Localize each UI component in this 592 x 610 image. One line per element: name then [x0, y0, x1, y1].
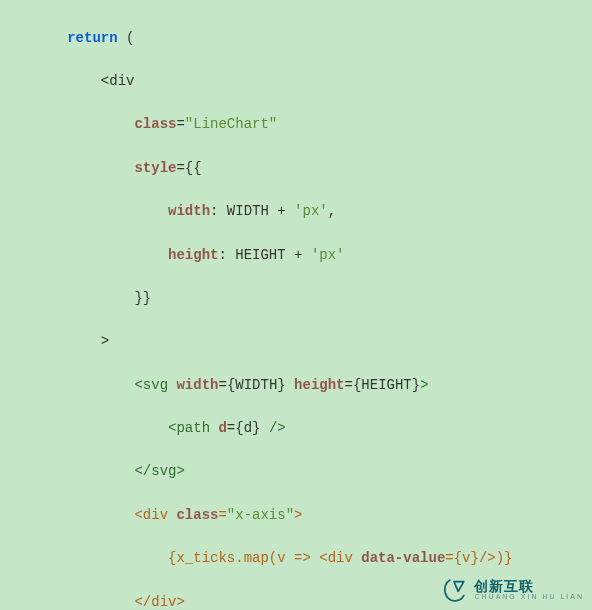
jsx-eq-v: ={v}/>)}	[445, 550, 512, 566]
attr-width: width	[176, 377, 218, 393]
path-tag: <path	[168, 420, 210, 436]
equals: =	[176, 116, 184, 132]
string-px: 'px'	[311, 247, 345, 263]
open-paren: (	[118, 30, 135, 46]
string-linechart: "LineChart"	[185, 116, 277, 132]
angle-open: <	[101, 73, 109, 89]
brace-open: {	[235, 420, 243, 436]
jsx-div-xaxis-open: <div	[134, 507, 176, 523]
attr-height: height	[294, 377, 344, 393]
ident-width: WIDTH	[235, 377, 277, 393]
ident-width: WIDTH	[227, 203, 269, 219]
double-brace-open: ={{	[176, 160, 201, 176]
ident-height: HEIGHT	[235, 247, 285, 263]
angle-close: >	[420, 377, 428, 393]
style-width: width	[168, 203, 210, 219]
brace-close: }	[277, 377, 285, 393]
attr-style: style	[134, 160, 176, 176]
watermark-subtext: CHUANG XIN HU LIAN	[474, 593, 584, 601]
attr-d: d	[218, 420, 226, 436]
attr-class: class	[134, 116, 176, 132]
logo-icon	[440, 576, 468, 604]
brace-close: }	[412, 377, 420, 393]
ident-d: d	[244, 420, 252, 436]
double-brace-close: }}	[134, 290, 151, 306]
string-x-axis: "x-axis"	[227, 507, 294, 523]
plus: +	[269, 203, 294, 219]
style-height: height	[168, 247, 218, 263]
comma: ,	[328, 203, 336, 219]
colon: :	[218, 247, 235, 263]
plus: +	[286, 247, 311, 263]
svg-open: <svg	[134, 377, 168, 393]
attr-class: class	[176, 507, 218, 523]
tag-div: div	[109, 73, 134, 89]
watermark-logo: 创新互联 CHUANG XIN HU LIAN	[440, 576, 584, 604]
code-block: return ( <div class="LineChart" style={{…	[0, 0, 592, 610]
string-px: 'px'	[294, 203, 328, 219]
jsx-div-close: </div>	[134, 594, 184, 610]
svg-close: </svg>	[134, 463, 184, 479]
angle-close: >	[101, 333, 109, 349]
jsx-map-x: {x_ticks.map(v => <div	[168, 550, 361, 566]
attr-data-value: data-value	[361, 550, 445, 566]
keyword-return: return	[67, 30, 117, 46]
self-close: />	[260, 420, 285, 436]
ident-height: HEIGHT	[361, 377, 411, 393]
colon: :	[210, 203, 227, 219]
